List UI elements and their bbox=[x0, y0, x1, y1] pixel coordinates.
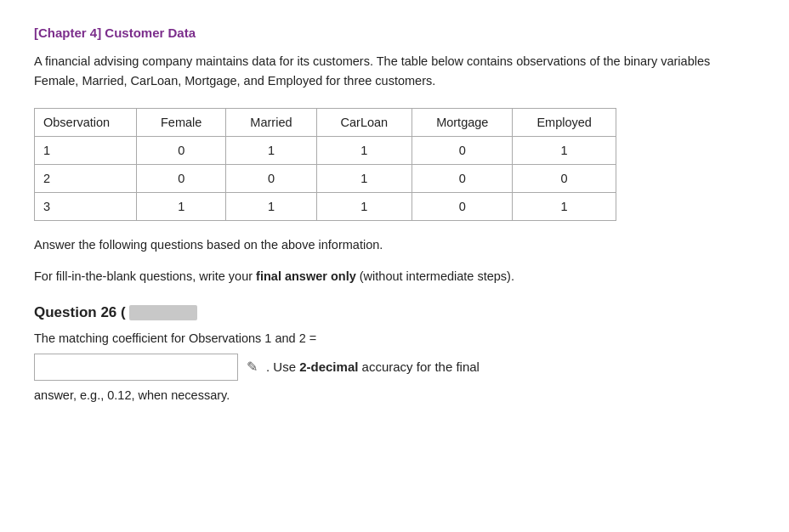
question-title-text: Question 26 ( bbox=[34, 304, 126, 320]
table-row: 311101 bbox=[35, 193, 616, 221]
matching-label: The matching coefficient for Observation… bbox=[34, 331, 755, 345]
col-header-observation: Observation bbox=[35, 109, 137, 137]
chapter-title: [Chapter 4] Customer Data bbox=[34, 25, 755, 40]
col-header-mortgage: Mortgage bbox=[412, 109, 513, 137]
table-cell: 1 bbox=[316, 165, 412, 193]
accuracy-note: . Use 2-decimal accuracy for the final bbox=[266, 359, 480, 374]
table-cell: 1 bbox=[226, 137, 316, 165]
table-cell: 1 bbox=[35, 137, 137, 165]
table-row: 101101 bbox=[35, 137, 616, 165]
table-cell: 0 bbox=[137, 137, 226, 165]
table-cell: 1 bbox=[513, 137, 616, 165]
table-cell: 3 bbox=[35, 193, 137, 221]
answer-note-2: For fill-in-the-blank questions, write y… bbox=[34, 266, 755, 287]
table-cell: 1 bbox=[137, 193, 226, 221]
col-header-carloan: CarLoan bbox=[316, 109, 412, 137]
col-header-married: Married bbox=[226, 109, 316, 137]
answer-note-text: For fill-in-the-blank questions, write y… bbox=[34, 269, 256, 283]
col-header-female: Female bbox=[137, 109, 226, 137]
table-cell: 1 bbox=[226, 193, 316, 221]
description: A financial advising company maintains d… bbox=[34, 52, 755, 91]
col-header-employed: Employed bbox=[513, 109, 616, 137]
data-table: Observation Female Married CarLoan Mortg… bbox=[34, 108, 616, 221]
table-cell: 0 bbox=[137, 165, 226, 193]
table-cell: 0 bbox=[412, 193, 513, 221]
question-title: Question 26 ( bbox=[34, 304, 755, 321]
answer-note-1: Answer the following questions based on … bbox=[34, 235, 755, 256]
table-cell: 1 bbox=[513, 193, 616, 221]
question-sub-blurred bbox=[129, 305, 197, 320]
table-cell: 0 bbox=[412, 137, 513, 165]
table-cell: 0 bbox=[226, 165, 316, 193]
bold-answer-text: final answer only bbox=[256, 269, 356, 283]
final-line: answer, e.g., 0.12, when necessary. bbox=[34, 386, 755, 405]
table-cell: 0 bbox=[513, 165, 616, 193]
table-cell: 1 bbox=[316, 193, 412, 221]
table-cell: 1 bbox=[316, 137, 412, 165]
pencil-icon: ✎ bbox=[247, 359, 258, 375]
table-cell: 0 bbox=[412, 165, 513, 193]
input-row: ✎ . Use 2-decimal accuracy for the final bbox=[34, 354, 755, 381]
table-row: 200100 bbox=[35, 165, 616, 193]
answer-note-text-3: (without intermediate steps). bbox=[356, 269, 514, 283]
table-cell: 2 bbox=[35, 165, 137, 193]
answer-input[interactable] bbox=[34, 354, 238, 381]
